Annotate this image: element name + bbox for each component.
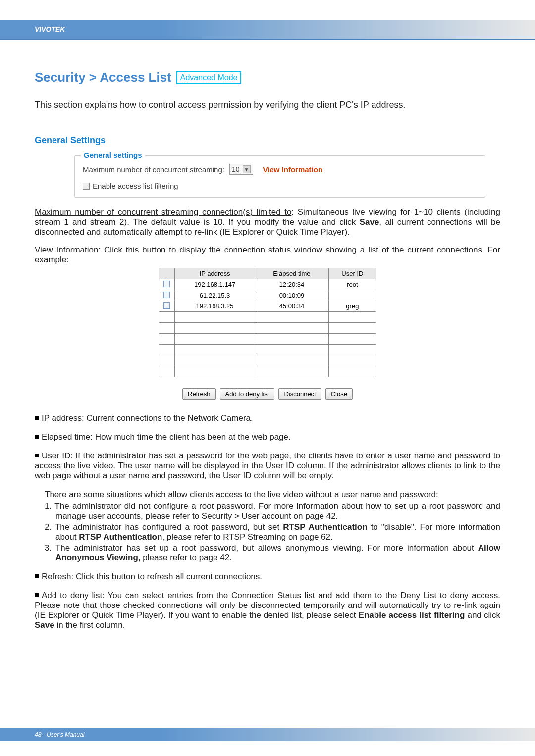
connection-table-wrapper: IP address Elapsed time User ID 192.168.… <box>159 268 376 400</box>
bullet-elapsed: Elapsed time: How much time the client h… <box>35 432 500 442</box>
page-title: Security > Access List Advanced Mode <box>35 70 500 85</box>
numbered-1: 1. The administrator did not configure a… <box>45 502 500 521</box>
bullet-ip-address: IP address: Current connections to the N… <box>35 413 500 423</box>
bullet-icon <box>35 574 39 578</box>
bullet-userid-p2: There are some situations which allow cl… <box>35 490 500 500</box>
enable-filtering-label: Enable access list filtering <box>93 182 178 190</box>
cell-user: root <box>328 279 376 290</box>
refresh-button[interactable]: Refresh <box>182 388 216 400</box>
row-checkbox[interactable] <box>163 281 170 287</box>
col-elapsed: Elapsed time <box>255 268 329 279</box>
para-view-info: View Information: Click this button to d… <box>35 245 500 265</box>
bullet-refresh: Refresh: Click this button to refresh al… <box>35 572 500 582</box>
cell-ip: 192.168.1.147 <box>175 279 255 290</box>
col-userid: User ID <box>328 268 376 279</box>
max-streaming-dropdown[interactable]: 10 ▼ <box>229 164 253 175</box>
col-checkbox <box>159 268 175 279</box>
bullet-refresh-text: Refresh: Click this button to refresh al… <box>42 572 262 581</box>
table-row: 192.168.3.25 45:00:34 greg <box>159 301 376 312</box>
para-max-streaming: Maximum number of concurrent streaming c… <box>35 207 500 237</box>
add-deny-button[interactable]: Add to deny list <box>220 388 275 400</box>
bullet-add-deny-e: in the first column. <box>54 620 125 630</box>
table-row <box>159 334 376 345</box>
table-row <box>159 366 376 377</box>
cell-elapsed: 00:10:09 <box>255 290 329 301</box>
bullet-ip-text: IP address: Current connections to the N… <box>42 413 253 423</box>
cell-ip: 192.168.3.25 <box>175 301 255 312</box>
bullet-user-id: User ID: If the administrator has set a … <box>35 451 500 563</box>
intro-text: This section explains how to control acc… <box>35 100 500 110</box>
bullet-icon <box>35 593 39 597</box>
cell-elapsed: 45:00:34 <box>255 301 329 312</box>
bullet-userid-p1: User ID: If the administrator has set a … <box>35 451 500 480</box>
para-view-text: : Click this button to display the conne… <box>35 245 500 264</box>
bullet-elapsed-text: Elapsed time: How much time the client h… <box>42 432 291 442</box>
page-title-text: Security > Access List <box>35 70 171 85</box>
header-bar: VIVOTEK <box>0 20 535 39</box>
numbered-2: 2. The administrator has configured a ro… <box>45 522 500 542</box>
disconnect-button[interactable]: Disconnect <box>278 388 321 400</box>
view-information-link[interactable]: View Information <box>263 165 323 174</box>
bullet-add-deny-d: Save <box>35 620 54 630</box>
cell-ip: 61.22.15.3 <box>175 290 255 301</box>
bullet-list: IP address: Current connections to the N… <box>35 413 500 630</box>
advanced-mode-badge: Advanced Mode <box>176 71 242 84</box>
bullet-add-deny-c: and click <box>465 610 500 620</box>
row-checkbox[interactable] <box>163 302 170 309</box>
chevron-down-icon: ▼ <box>243 165 251 173</box>
cell-user <box>328 290 376 301</box>
max-streaming-value: 10 <box>232 165 240 173</box>
bullet-icon <box>35 435 39 439</box>
enable-filtering-checkbox[interactable] <box>83 183 90 190</box>
table-row <box>159 323 376 334</box>
table-row <box>159 355 376 366</box>
general-settings-box: General settings Maximum number of concu… <box>74 155 485 198</box>
bullet-add-deny-b: Enable access list filtering <box>359 610 465 620</box>
max-streaming-label: Maximum number of concurrent streaming: <box>83 165 224 174</box>
bullet-add-deny: Add to deny list: You can select entries… <box>35 591 500 630</box>
para-max-label: Maximum number of concurrent streaming c… <box>35 207 291 217</box>
table-header-row: IP address Elapsed time User ID <box>159 268 376 279</box>
section-heading: General Settings <box>35 135 500 146</box>
para-max-save: Save <box>360 217 379 227</box>
close-button[interactable]: Close <box>325 388 353 400</box>
cell-user: greg <box>328 301 376 312</box>
bullet-icon <box>35 454 39 457</box>
table-row <box>159 345 376 355</box>
numbered-3: 3. The administrator has set up a root p… <box>45 543 500 563</box>
numbered-list: 1. The administrator did not configure a… <box>35 502 500 563</box>
footer-bar: 48 - User's Manual <box>0 728 535 741</box>
cell-elapsed: 12:20:34 <box>255 279 329 290</box>
para-view-label: View Information <box>35 245 98 254</box>
connection-table: IP address Elapsed time User ID 192.168.… <box>159 268 376 377</box>
col-ip: IP address <box>175 268 255 279</box>
settings-box-legend: General settings <box>81 151 145 159</box>
table-row: 192.168.1.147 12:20:34 root <box>159 279 376 290</box>
table-row <box>159 312 376 323</box>
footer-text: 48 - User's Manual <box>35 731 84 738</box>
row-checkbox[interactable] <box>163 292 170 298</box>
brand-label: VIVOTEK <box>35 25 65 33</box>
table-row: 61.22.15.3 00:10:09 <box>159 290 376 301</box>
table-button-row: Refresh Add to deny list Disconnect Clos… <box>159 388 376 400</box>
bullet-icon <box>35 416 39 420</box>
